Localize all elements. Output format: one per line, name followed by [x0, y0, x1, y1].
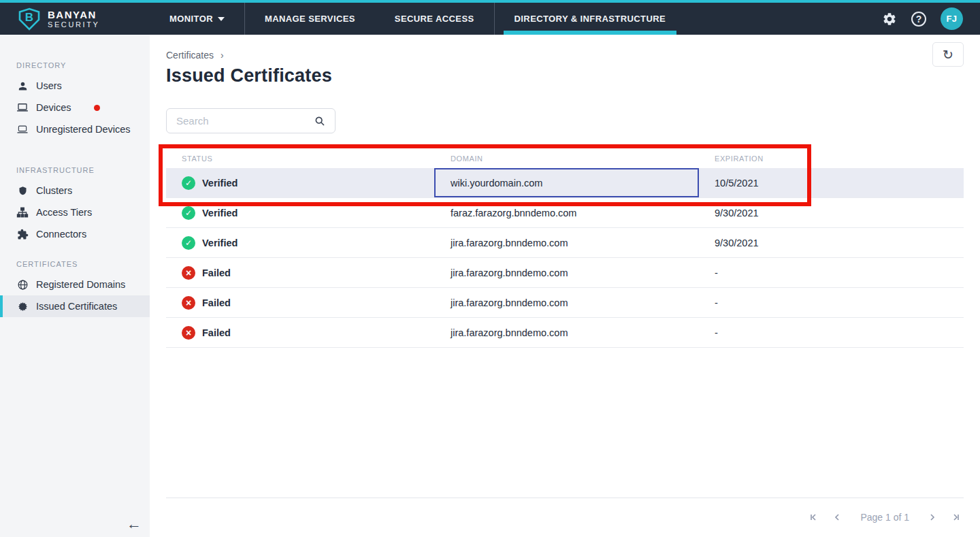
- settings-gear-icon[interactable]: [882, 12, 897, 27]
- notification-dot: [94, 105, 100, 111]
- brand-line1: BANYAN: [48, 9, 99, 20]
- failed-x-icon: ×: [182, 326, 195, 340]
- globe-icon: [16, 278, 29, 291]
- sidebar-item-label: Registered Domains: [36, 279, 125, 290]
- brand-line2: SECURITY: [48, 20, 99, 29]
- nav-item-secure-access[interactable]: SECURE ACCESS: [375, 3, 494, 35]
- sidebar-item-clusters[interactable]: Clusters: [0, 180, 150, 201]
- table-row[interactable]: × Failed jira.farazorg.bnndemo.com -: [166, 288, 964, 318]
- top-nav: B BANYAN SECURITY MONITOR MANAGE SERVICE…: [0, 0, 980, 35]
- laptop-outline-icon: [16, 123, 29, 135]
- certificate-seal-icon: [16, 300, 29, 312]
- sidebar: DIRECTORY Users Devices Unregistered Dev…: [0, 35, 150, 537]
- status-label: Verified: [202, 208, 238, 218]
- domain-cell: jira.farazorg.bnndemo.com: [451, 267, 715, 278]
- expiration-cell: -: [715, 297, 964, 308]
- sidebar-section-directory: DIRECTORY: [0, 61, 150, 75]
- failed-x-icon: ×: [182, 266, 195, 280]
- shield-icon: [16, 184, 29, 197]
- collapse-sidebar-arrow-icon[interactable]: ←: [127, 517, 142, 532]
- breadcrumb: Certificates ›: [166, 50, 964, 61]
- user-icon: [16, 80, 29, 92]
- page-title: Issued Certificates: [166, 65, 964, 86]
- table-header-row: STATUS DOMAIN EXPIRATION: [166, 148, 964, 168]
- pagination: Page 1 of 1: [166, 498, 964, 525]
- expiration-cell: 10/5/2021: [715, 178, 964, 189]
- status-cell: × Failed: [166, 296, 451, 310]
- page-indicator: Page 1 of 1: [860, 512, 909, 523]
- expiration-cell: 9/30/2021: [715, 208, 964, 218]
- sidebar-item-access-tiers[interactable]: Access Tiers: [0, 201, 150, 223]
- status-cell: ✓ Verified: [166, 236, 451, 250]
- nav-item-directory-infrastructure[interactable]: DIRECTORY & INFRASTRUCTURE: [494, 3, 686, 35]
- sidebar-item-devices[interactable]: Devices: [0, 97, 150, 118]
- expiration-cell: -: [715, 267, 964, 278]
- status-cell: × Failed: [166, 326, 451, 340]
- brand-letter: B: [18, 7, 41, 28]
- status-cell: ✓ Verified: [166, 176, 451, 190]
- user-avatar[interactable]: FJ: [941, 7, 963, 30]
- table-row[interactable]: ✓ Verified faraz.farazorg.bnndemo.com 9/…: [166, 198, 964, 228]
- status-cell: × Failed: [166, 266, 451, 280]
- sidebar-item-label: Clusters: [36, 185, 72, 196]
- help-icon[interactable]: ?: [911, 12, 926, 27]
- status-label: Verified: [202, 178, 238, 189]
- domain-cell: jira.farazorg.bnndemo.com: [451, 238, 715, 248]
- sidebar-item-registered-domains[interactable]: Registered Domains: [0, 274, 150, 295]
- sidebar-item-issued-certificates[interactable]: Issued Certificates: [0, 295, 150, 317]
- table-row[interactable]: ✓ Verified jira.farazorg.bnndemo.com 9/3…: [166, 228, 964, 258]
- first-page-button[interactable]: [806, 510, 821, 525]
- certificates-table: STATUS DOMAIN EXPIRATION ✓ Verified wiki…: [166, 148, 964, 348]
- domain-cell: jira.farazorg.bnndemo.com: [451, 327, 715, 338]
- previous-page-button[interactable]: [830, 510, 845, 525]
- refresh-button[interactable]: ↻: [932, 42, 964, 67]
- column-header-status: STATUS: [166, 154, 451, 163]
- sidebar-section-certificates: CERTIFICATES: [0, 260, 150, 274]
- verified-check-icon: ✓: [182, 236, 195, 250]
- sidebar-item-label: Connectors: [36, 229, 86, 240]
- banyan-shield-icon: B: [18, 7, 41, 31]
- failed-x-icon: ×: [182, 296, 195, 310]
- sidebar-item-label: Unregistered Devices: [36, 124, 131, 135]
- brand-logo[interactable]: B BANYAN SECURITY: [0, 3, 150, 35]
- table-row[interactable]: ✓ Verified wiki.yourdomain.com 10/5/2021: [166, 168, 964, 198]
- last-page-button[interactable]: [949, 510, 964, 525]
- focused-domain-cell-outline[interactable]: [434, 168, 699, 197]
- sidebar-section-infrastructure: INFRASTRUCTURE: [0, 166, 150, 180]
- search-box: [166, 108, 336, 133]
- breadcrumb-chevron: ›: [220, 50, 224, 61]
- sidebar-item-label: Users: [36, 80, 62, 91]
- refresh-icon: ↻: [943, 47, 953, 63]
- sidebar-item-unregistered-devices[interactable]: Unregistered Devices: [0, 118, 150, 140]
- status-label: Failed: [202, 267, 231, 278]
- domain-cell: jira.farazorg.bnndemo.com: [451, 297, 715, 308]
- status-label: Failed: [202, 327, 231, 338]
- table-row[interactable]: × Failed jira.farazorg.bnndemo.com -: [166, 318, 964, 348]
- column-header-expiration: EXPIRATION: [715, 154, 964, 163]
- table-row[interactable]: × Failed jira.farazorg.bnndemo.com -: [166, 258, 964, 288]
- nav-item-manage-services[interactable]: MANAGE SERVICES: [244, 3, 375, 35]
- status-label: Verified: [202, 238, 238, 248]
- status-cell: ✓ Verified: [166, 206, 451, 220]
- breadcrumb-certificates[interactable]: Certificates: [166, 50, 214, 61]
- main-content: Certificates › Issued Certificates ↻ STA…: [150, 35, 980, 537]
- next-page-button[interactable]: [925, 510, 940, 525]
- chevron-down-icon: [218, 17, 225, 21]
- sidebar-item-connectors[interactable]: Connectors: [0, 223, 150, 245]
- verified-check-icon: ✓: [182, 206, 195, 220]
- status-label: Failed: [202, 297, 231, 308]
- sidebar-item-users[interactable]: Users: [0, 75, 150, 97]
- verified-check-icon: ✓: [182, 176, 195, 190]
- expiration-cell: -: [715, 327, 964, 338]
- hierarchy-icon: [16, 206, 29, 218]
- column-header-domain: DOMAIN: [451, 154, 715, 163]
- search-input[interactable]: [176, 115, 314, 127]
- domain-cell: faraz.farazorg.bnndemo.com: [451, 208, 715, 218]
- expiration-cell: 9/30/2021: [715, 238, 964, 248]
- nav-item-monitor[interactable]: MONITOR: [150, 3, 244, 35]
- primary-nav: MONITOR MANAGE SERVICES SECURE ACCESS DI…: [150, 3, 685, 35]
- laptop-icon: [16, 101, 29, 114]
- search-icon[interactable]: [314, 116, 325, 127]
- sidebar-item-label: Issued Certificates: [36, 301, 117, 312]
- puzzle-icon: [16, 228, 29, 240]
